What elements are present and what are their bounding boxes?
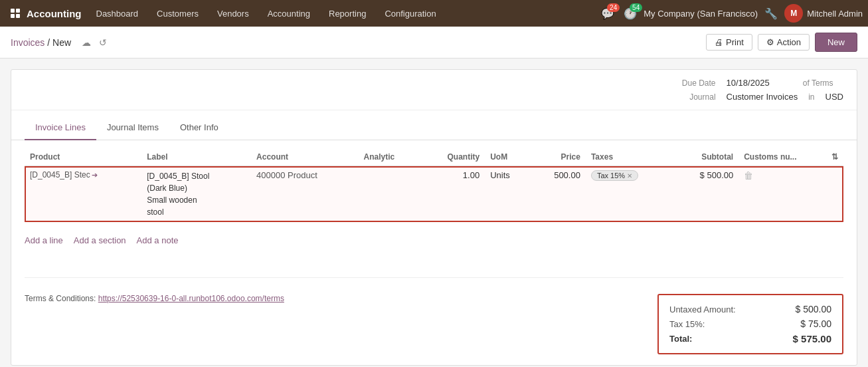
terms-totals-section: Terms & Conditions: https://52530639-16-… (11, 283, 857, 365)
gear-icon: ⚙ (766, 37, 774, 47)
cell-taxes[interactable]: Tax 15% ✕ (586, 166, 673, 223)
col-customs: Customs nu... ⇅ (738, 148, 843, 166)
journal-label: Journal (663, 92, 716, 102)
user-avatar[interactable]: M (784, 4, 803, 23)
journal-value[interactable]: Customer Invoices (727, 92, 798, 102)
totals-box: Untaxed Amount: $ 500.00 Tax 15%: $ 75.0… (657, 294, 843, 354)
terms-label: Terms & Conditions: (25, 294, 96, 303)
remove-tax-icon[interactable]: ✕ (627, 172, 632, 180)
due-date-label: Due Date (663, 78, 716, 88)
col-uom: UoM (485, 148, 530, 166)
menu-customers[interactable]: Customers (147, 0, 208, 27)
tax-row: Tax 15%: $ 75.00 (669, 316, 831, 331)
menu-vendors[interactable]: Vendors (208, 0, 258, 27)
messaging-icon[interactable]: 💬 24 (598, 5, 617, 23)
untaxed-value: $ 500.00 (796, 304, 832, 314)
cell-account[interactable]: 400000 Product (251, 166, 358, 223)
divider (25, 277, 843, 278)
add-section-link[interactable]: Add a section (74, 235, 126, 245)
app-logo[interactable]: Accounting (5, 8, 87, 19)
terms-url[interactable]: https://52530639-16-0-all.runbot106.odoo… (98, 294, 284, 303)
menu-accounting[interactable]: Accounting (258, 0, 319, 27)
menu-reporting[interactable]: Reporting (319, 0, 375, 27)
terms-label: of Terms (780, 78, 833, 88)
col-subtotal: Subtotal (672, 148, 738, 166)
journal-row: Journal Customer Invoices in USD (663, 92, 843, 102)
currency-value[interactable]: USD (825, 92, 843, 102)
top-section: Due Date 10/18/2025 of Terms Journal Cus… (11, 70, 857, 110)
total-value: $ 575.00 (793, 333, 831, 344)
label-cell: [D_0045_B] Stool (Dark Blue) Small woode… (147, 170, 246, 218)
spacer (11, 251, 857, 272)
grid-icon (11, 9, 20, 18)
tax-badge: Tax 15% ✕ (591, 170, 638, 181)
invoice-lines-section: Product Label Account Analytic Quantity … (11, 140, 857, 230)
cell-uom[interactable]: Units (485, 166, 530, 223)
delete-row-icon[interactable]: 🗑 (744, 170, 753, 181)
total-label: Total: (669, 334, 692, 344)
cell-label[interactable]: [D_0045_B] Stool (Dark Blue) Small woode… (141, 166, 251, 223)
product-cell: [D_0045_B] Stec ➔ (30, 170, 136, 180)
cell-price[interactable]: 500.00 (530, 166, 585, 223)
tab-other-info[interactable]: Other Info (169, 116, 229, 140)
header-fields: Due Date 10/18/2025 of Terms Journal Cus… (663, 78, 843, 102)
col-quantity: Quantity (420, 148, 485, 166)
table-row[interactable]: [D_0045_B] Stec ➔ [D_0045_B] Stool (Dark… (25, 166, 843, 223)
breadcrumb-bar: Invoices / New ☁ ↺ 🖨 Print ⚙ Action New (0, 27, 868, 59)
product-arrow-icon[interactable]: ➔ (92, 171, 98, 180)
add-line-link[interactable]: Add a line (25, 235, 63, 245)
undo-icon[interactable]: ↺ (96, 36, 110, 49)
new-button[interactable]: New (815, 33, 857, 52)
main-content: Due Date 10/18/2025 of Terms Journal Cus… (0, 59, 868, 367)
user-name: Mitchell Admin (807, 9, 863, 19)
topnav-right: 💬 24 🕐 54 My Company (San Francisco) 🔧 M… (598, 4, 863, 23)
total-row: Total: $ 575.00 (669, 331, 831, 346)
breadcrumb-actions: 🖨 Print ⚙ Action New (706, 33, 857, 52)
add-note-link[interactable]: Add a note (137, 235, 179, 245)
cell-subtotal: $ 500.00 (672, 166, 738, 223)
tax-label: Tax 15%: (669, 319, 705, 329)
due-date-value[interactable]: 10/18/2025 (727, 78, 770, 88)
cloud-save-icon[interactable]: ☁ (79, 36, 94, 49)
tab-invoice-lines[interactable]: Invoice Lines (25, 116, 96, 140)
product-id: [D_0045_B] Stec ➔ (30, 170, 136, 180)
action-button[interactable]: ⚙ Action (758, 34, 810, 51)
table-header: Product Label Account Analytic Quantity … (25, 148, 843, 166)
menu-dashboard[interactable]: Dashboard (87, 0, 148, 27)
breadcrumb-parent[interactable]: Invoices (11, 37, 44, 48)
untaxed-row: Untaxed Amount: $ 500.00 (669, 302, 831, 316)
activity-icon[interactable]: 🕐 54 (621, 5, 640, 23)
print-button[interactable]: 🖨 Print (706, 34, 752, 51)
cell-customs[interactable]: 🗑 (738, 166, 843, 223)
table-body: [D_0045_B] Stec ➔ [D_0045_B] Stool (Dark… (25, 166, 843, 223)
breadcrumb-icons: ☁ ↺ (79, 36, 110, 49)
breadcrumb-current: New (52, 37, 71, 48)
company-name[interactable]: My Company (San Francisco) (644, 9, 758, 19)
cell-product[interactable]: [D_0045_B] Stec ➔ (25, 166, 141, 223)
top-navigation: Accounting Dashboard Customers Vendors A… (0, 0, 868, 27)
settings-icon[interactable]: 🔧 (762, 5, 780, 23)
add-actions: Add a line Add a section Add a note (11, 230, 857, 251)
untaxed-label: Untaxed Amount: (669, 305, 736, 314)
col-account: Account (251, 148, 358, 166)
activity-badge: 54 (630, 3, 642, 12)
breadcrumb: Invoices / New (11, 37, 71, 48)
tab-journal-items[interactable]: Journal Items (96, 116, 169, 140)
cell-analytic[interactable] (358, 166, 420, 223)
menu-configuration[interactable]: Configuration (375, 0, 445, 27)
chat-badge: 24 (607, 3, 620, 12)
columns-settings-icon[interactable]: ⇅ (831, 152, 838, 162)
cell-quantity[interactable]: 1.00 (420, 166, 485, 223)
currency-in-label: in (808, 92, 814, 102)
print-icon: 🖨 (715, 37, 723, 47)
invoice-form: Due Date 10/18/2025 of Terms Journal Cus… (11, 69, 857, 366)
app-name: Accounting (27, 8, 82, 19)
col-analytic: Analytic (358, 148, 420, 166)
terms-conditions: Terms & Conditions: https://52530639-16-… (25, 294, 284, 303)
tax-value: $ 75.00 (800, 318, 831, 329)
col-product: Product (25, 148, 141, 166)
invoice-table: Product Label Account Analytic Quantity … (25, 148, 843, 222)
col-label: Label (141, 148, 251, 166)
tabs: Invoice Lines Journal Items Other Info (11, 116, 857, 140)
due-date-row: Due Date 10/18/2025 of Terms (663, 78, 843, 88)
